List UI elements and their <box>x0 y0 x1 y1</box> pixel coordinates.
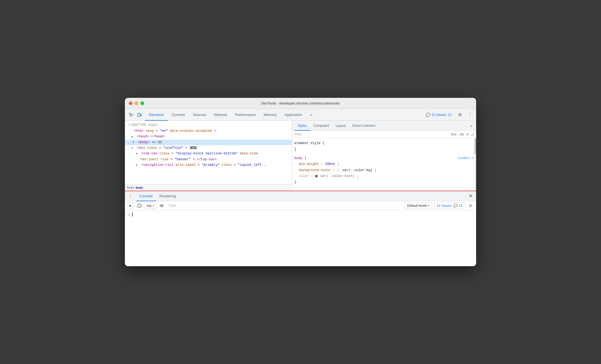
bottom-drawer: ⋮ Console Rendering ✕ ▶ <box>125 191 476 266</box>
style-prop-minheight: min-height : 100vh ; <box>294 161 474 168</box>
tab-memory[interactable]: Memory <box>260 109 281 121</box>
console-levels-dropdown[interactable]: Default levels ▾ <box>404 203 432 209</box>
console-cursor <box>132 213 133 217</box>
console-filter-input[interactable] <box>167 203 402 208</box>
context-label: top <box>147 204 152 208</box>
tab-console[interactable]: Console <box>168 109 189 121</box>
breadcrumb-html[interactable]: html <box>127 186 135 190</box>
scrollbar-track[interactable] <box>474 138 476 190</box>
issues-icon: 💬 <box>426 113 430 117</box>
expand-body[interactable]: ▼ <box>132 140 136 145</box>
settings-button[interactable]: ⚙ <box>456 111 464 119</box>
dom-line-body[interactable]: … ▼ <body> == $0 <box>125 140 292 145</box>
styles-panel: Styles Computed Layout Event Listeners » <box>292 121 476 190</box>
color-swatch-bg[interactable] <box>337 169 340 172</box>
filter-cls-button[interactable]: .cls <box>459 132 464 136</box>
style-prop-color: color : var(--color-text) ; <box>294 173 364 179</box>
color-swatch-text[interactable] <box>315 175 318 178</box>
styles-more-tabs[interactable]: » <box>468 123 474 128</box>
drawer-tab-console[interactable]: Console <box>136 191 156 201</box>
dom-line-html[interactable]: <html lang = "en" data-cookies-accepted … <box>125 128 292 134</box>
console-clear-button[interactable] <box>136 202 143 209</box>
filter-hov-button[interactable]: :hov <box>450 132 457 136</box>
dom-line-head[interactable]: ▶ <head>…</head> <box>125 134 292 139</box>
levels-label: Default levels <box>407 204 427 208</box>
drawer-toolbar: ⋮ Console Rendering ✕ <box>125 191 476 201</box>
title-bar: DevTools - developer.chrome.com/docs/dev… <box>125 98 476 109</box>
console-chevron-icon: > <box>128 213 130 217</box>
issues-count-small: 12 <box>459 204 462 208</box>
issues-text: 12 Issues: <box>437 204 452 208</box>
breadcrumb-body[interactable]: body <box>136 186 143 190</box>
rule-source-body[interactable]: (index):1 <box>457 156 474 162</box>
dom-line-topnav-cont: nav-inert role = "banner" >…</top-nav> <box>125 157 292 162</box>
html-tag: <html <box>134 129 146 133</box>
dom-line-navrail[interactable]: ▶ <navigation-rail aria-label = "primary… <box>125 162 292 168</box>
devtools-body: Elements Console Sources Network Perform… <box>125 109 476 266</box>
expand-topnav[interactable]: ▶ <box>136 151 139 156</box>
toolbar-right: 💬 12 Issues: 12 ⚙ ⋮ <box>423 111 474 119</box>
dom-line-scaffold[interactable]: ▼ <div class = "scaffold" > grid <box>125 145 292 151</box>
tab-styles[interactable]: Styles <box>294 121 310 131</box>
filter-hov-cls: :hov .cls <box>450 132 464 136</box>
expand-head[interactable]: ▶ <box>132 134 135 139</box>
dom-line-topnav[interactable]: ▶ <top-nav class = "display-block hairli… <box>125 151 292 156</box>
console-output[interactable]: > <box>125 210 476 266</box>
add-style-button[interactable]: + <box>466 132 469 137</box>
close-button[interactable] <box>129 101 132 105</box>
toggle-element-state[interactable]: ◁ <box>471 132 474 137</box>
dom-tree[interactable]: <!DOCTYPE html> <html lang = "en" data-c… <box>125 121 292 184</box>
device-icon <box>137 113 142 117</box>
console-prompt-line: > <box>128 213 473 217</box>
main-tabs: Elements Console Sources Network Perform… <box>145 109 423 120</box>
eye-icon <box>159 203 164 208</box>
tab-sources[interactable]: Sources <box>189 109 210 121</box>
issues-badge[interactable]: 💬 12 Issues: 12 <box>423 111 454 118</box>
expand-navrail[interactable]: ▶ <box>136 163 139 168</box>
console-gear-icon: ⚙ <box>469 203 472 208</box>
tab-elements[interactable]: Elements <box>145 109 168 121</box>
execute-icon: ▶ <box>129 204 132 207</box>
main-toolbar: Elements Console Sources Network Perform… <box>125 109 476 121</box>
gear-icon: ⚙ <box>458 112 462 117</box>
doctype-text: <!DOCTYPE html> <box>128 123 158 127</box>
console-execute-button[interactable]: ▶ <box>127 202 134 209</box>
console-issues-button[interactable]: 12 Issues: 💬 12 <box>434 202 465 209</box>
tab-computed[interactable]: Computed <box>310 121 332 131</box>
styles-panel-wrapper: element.style { } body { (index):1 <box>292 138 476 190</box>
console-eye-button[interactable] <box>158 202 165 209</box>
console-settings-button[interactable]: ⚙ <box>467 202 474 209</box>
drawer-more-options[interactable]: ⋮ <box>127 192 134 200</box>
device-icon-btn[interactable] <box>135 111 143 119</box>
drawer-tabs: Console Rendering <box>136 191 465 201</box>
more-dots-icon: ⋮ <box>468 112 472 117</box>
toolbar-icons <box>127 111 143 119</box>
clear-icon <box>137 203 142 208</box>
styles-content[interactable]: element.style { } body { (index):1 <box>292 138 476 190</box>
issues-icon-small: 💬 <box>453 203 458 208</box>
expand-scaffold[interactable]: ▼ <box>132 146 135 151</box>
tab-layout[interactable]: Layout <box>332 121 349 131</box>
styles-filter-input[interactable] <box>294 132 448 136</box>
grid-badge: grid <box>190 146 197 149</box>
tab-more[interactable]: » <box>306 109 316 121</box>
svg-point-5 <box>161 205 162 206</box>
rule-header-body: body { (index):1 <box>294 156 474 162</box>
svg-rect-1 <box>140 114 141 116</box>
drawer-close-button[interactable]: ✕ <box>467 193 474 199</box>
tab-event-listeners[interactable]: Event Listeners <box>349 121 379 131</box>
content-area: <!DOCTYPE html> <html lang = "en" data-c… <box>125 121 476 190</box>
minimize-button[interactable] <box>135 101 138 105</box>
tab-network[interactable]: Network <box>210 109 231 121</box>
breadcrumb-bar: html body <box>125 185 292 191</box>
tab-application[interactable]: Application <box>281 109 306 121</box>
devtools-window: DevTools - developer.chrome.com/docs/dev… <box>125 98 476 266</box>
inspector-icon-btn[interactable] <box>127 111 135 119</box>
maximize-button[interactable] <box>140 101 144 105</box>
more-options-button[interactable]: ⋮ <box>466 111 474 119</box>
tab-performance[interactable]: Performance <box>231 109 260 121</box>
issues-count: 12 <box>448 113 452 117</box>
console-context-selector[interactable]: top ▾ <box>145 203 156 209</box>
scrollbar-thumb[interactable] <box>474 138 476 154</box>
drawer-tab-rendering[interactable]: Rendering <box>156 191 180 201</box>
